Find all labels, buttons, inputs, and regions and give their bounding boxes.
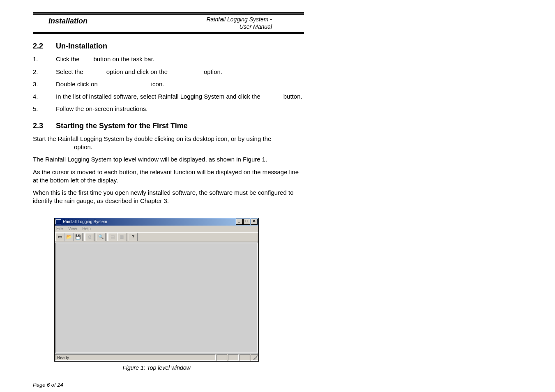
help-icon[interactable]: ? [129, 233, 138, 241]
status-cell [228, 354, 239, 361]
preview-icon[interactable]: 🔍 [97, 233, 106, 241]
status-cell [240, 354, 250, 361]
table-icon[interactable]: ▥ [117, 233, 126, 241]
window-titlebar: Rainfall Logging System _ □ ✕ [55, 218, 258, 226]
status-text: Ready [55, 354, 216, 361]
uninstall-steps: 1. Click thebutton on the task bar. 2. S… [33, 55, 304, 113]
open-icon[interactable]: 📂 [64, 233, 74, 241]
step-text: Select theoption and click on theoption. [56, 68, 304, 76]
text-fragment: Select the [56, 68, 83, 75]
step-text: Double click onicon. [56, 80, 304, 88]
header-doc-title-line2: User Manual [240, 23, 272, 30]
step-number: 4. [33, 92, 56, 101]
figure-1: Rainfall Logging System _ □ ✕ File View … [54, 218, 259, 372]
toolbar-separator [83, 233, 85, 241]
list-item: 4. In the list of installed software, se… [33, 92, 304, 101]
new-icon[interactable]: ▭ [55, 233, 64, 241]
text-fragment: Click the [56, 55, 80, 62]
minimize-button[interactable]: _ [236, 219, 243, 225]
app-icon [55, 219, 61, 224]
step-text: In the list of installed software, selec… [56, 92, 304, 101]
maximize-button[interactable]: □ [243, 219, 250, 225]
header-doc-title: Rainfall Logging System - User Manual [206, 16, 303, 30]
menu-help[interactable]: Help [82, 226, 91, 231]
step-number: 5. [33, 105, 56, 113]
toolbar-separator [127, 233, 128, 241]
section-title: Un-Installation [56, 41, 107, 51]
header-rule-bottom [33, 32, 304, 34]
section-number: 2.2 [33, 41, 56, 51]
toolbar-separator [94, 233, 96, 241]
save-icon[interactable]: 💾 [74, 233, 83, 241]
step-number: 1. [33, 55, 56, 63]
header-rule-top [33, 12, 304, 14]
text-fragment: icon. [151, 81, 164, 88]
step-text: Follow the on-screen instructions. [56, 105, 304, 113]
page-footer: Page 6 of 24 [33, 381, 304, 389]
window-client-area [55, 243, 258, 353]
figure-caption: Figure 1: Top level window [54, 364, 259, 372]
text-fragment: option. [204, 68, 222, 75]
header-doc-title-line1: Rainfall Logging System - [206, 16, 272, 23]
chart-icon[interactable]: ▤ [108, 233, 117, 241]
print-icon[interactable]: ⎙ [85, 233, 94, 241]
header-section-title: Installation [34, 16, 88, 26]
step-number: 2. [33, 68, 56, 76]
close-button[interactable]: ✕ [251, 219, 258, 225]
text-fragment: button on the task bar. [94, 55, 154, 62]
text-fragment: option. [74, 143, 92, 150]
section-heading-2-2: 2.2 Un-Installation [33, 41, 304, 51]
menu-view[interactable]: View [68, 226, 77, 231]
toolbar: ▭ 📂 💾 ⎙ 🔍 ▤ ▥ ? [55, 232, 258, 242]
section-heading-2-3: 2.3 Starting the System for the First Ti… [33, 121, 304, 131]
menu-file[interactable]: File [56, 226, 63, 231]
text-fragment: button. [283, 93, 302, 100]
page-content: 2.2 Un-Installation 1. Click thebutton o… [33, 35, 304, 389]
text-fragment: Start the Rainfall Logging System by dou… [33, 135, 271, 142]
text-fragment: In the list of installed software, selec… [56, 93, 260, 100]
step-number: 3. [33, 80, 56, 88]
paragraph: As the cursor is moved to each button, t… [33, 168, 304, 185]
status-cell [216, 354, 227, 361]
list-item: 1. Click thebutton on the task bar. [33, 55, 304, 63]
list-item: 3. Double click onicon. [33, 80, 304, 88]
app-window: Rainfall Logging System _ □ ✕ File View … [54, 218, 259, 362]
paragraph: When this is the first time you open new… [33, 189, 304, 205]
page-header: Installation Rainfall Logging System - U… [33, 15, 304, 32]
section-number: 2.3 [33, 121, 56, 131]
resize-grip-icon[interactable] [251, 354, 258, 361]
toolbar-separator [106, 233, 108, 241]
paragraph: The Rainfall Logging System top level wi… [33, 155, 304, 164]
list-item: 2. Select theoption and click on theopti… [33, 68, 304, 76]
paragraph: Start the Rainfall Logging System by dou… [33, 135, 304, 152]
window-title: Rainfall Logging System [63, 219, 235, 225]
step-text: Click thebutton on the task bar. [56, 55, 304, 63]
menu-bar[interactable]: File View Help [55, 226, 258, 232]
text-fragment: option and click on the [106, 68, 168, 75]
status-bar: Ready [55, 354, 258, 361]
list-item: 5. Follow the on-screen instructions. [33, 105, 304, 113]
text-fragment: Double click on [56, 81, 98, 88]
section-title: Starting the System for the First Time [56, 121, 188, 131]
